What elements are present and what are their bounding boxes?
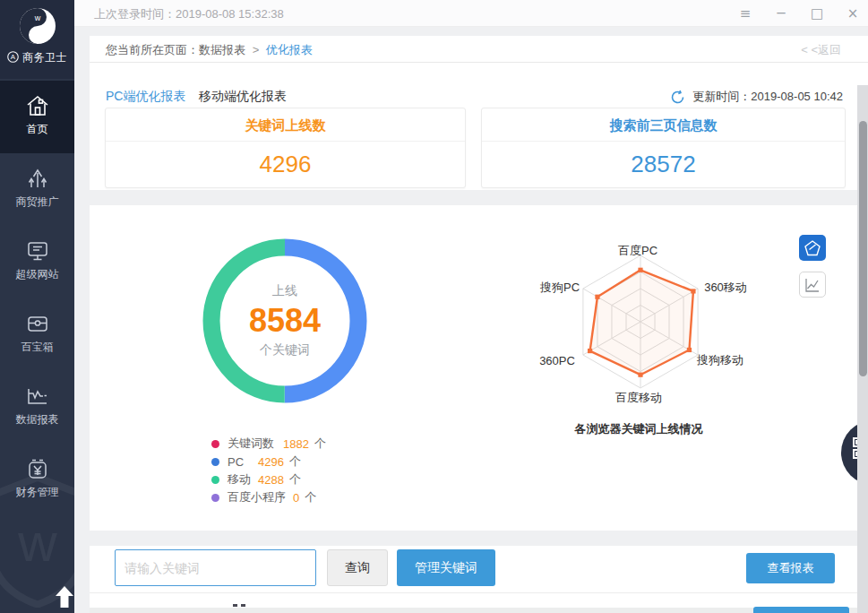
stat-card-value: 4296 <box>106 142 465 187</box>
radar-axis-label: 搜狗PC <box>540 280 580 296</box>
line-view-toggle[interactable] <box>799 272 826 298</box>
legend-dot <box>211 458 219 466</box>
update-time: 更新时间：2019-08-05 10:42 <box>692 89 843 105</box>
breadcrumb-section: 数据报表 <box>199 43 245 56</box>
section-divider <box>90 531 868 546</box>
legend-item-pc: PC 4296 个 <box>211 453 326 471</box>
section-divider <box>90 190 868 205</box>
monitor-icon <box>25 238 50 263</box>
window-controls: ≡ ─ □ × <box>737 0 861 27</box>
legend-dot <box>211 476 219 484</box>
stat-card-title: 关键词上线数 <box>106 108 465 142</box>
titlebar: 上次登录时间：2019-08-08 15:32:38 ≡ ─ □ × <box>74 0 868 27</box>
brand-badge-icon: A <box>7 51 19 63</box>
clipped-section-band <box>90 608 868 613</box>
row-divider <box>90 592 868 593</box>
app-name: 商务卫士 <box>22 51 67 64</box>
radar-chart-svg <box>546 237 735 408</box>
view-report-button-partial[interactable] <box>753 607 849 613</box>
back-to-top-icon[interactable] <box>54 585 74 609</box>
donut-center-bottom: 个关键词 <box>260 342 310 358</box>
donut-center-value: 8584 <box>249 302 321 340</box>
breadcrumb-current[interactable]: 优化报表 <box>266 43 313 56</box>
brand-row: A 商务卫士 <box>0 50 74 65</box>
maximize-icon[interactable]: □ <box>809 5 825 22</box>
radar-view-toggle[interactable] <box>799 235 826 261</box>
breadcrumb-prefix: 您当前所在页面： <box>106 43 199 56</box>
app-window: w A 商务卫士 首页 商贸推广 <box>0 0 868 613</box>
legend-dot <box>211 494 219 502</box>
back-link[interactable]: < <返回 <box>801 42 841 58</box>
radar-chart: 百度PC 360移动 搜狗移动 百度移动 360PC 搜狗PC 各浏览器关键词上… <box>520 229 779 453</box>
toolbox-icon <box>25 311 50 336</box>
legend-item-miniprogram: 百度小程序 0 个 <box>211 488 326 506</box>
sidebar-item-home[interactable]: 首页 <box>0 81 74 153</box>
manage-keywords-button[interactable]: 管理关键词 <box>397 549 495 586</box>
minimize-icon[interactable]: ─ <box>773 5 789 22</box>
keyword-input[interactable] <box>115 549 316 586</box>
stat-card-keywords-online: 关键词上线数 4296 <box>105 108 466 188</box>
radar-axis-label: 360PC <box>539 354 575 367</box>
close-icon[interactable]: × <box>845 5 861 22</box>
logo-block: w A 商务卫士 <box>0 0 74 79</box>
stat-card-top3-info: 搜索前三页信息数 28572 <box>481 108 846 188</box>
radar-axis-label: 百度移动 <box>615 390 662 406</box>
sidebar-item-toolbox[interactable]: 百宝箱 <box>0 298 74 371</box>
menu-icon[interactable]: ≡ <box>737 5 753 22</box>
sidebar-item-reports[interactable]: 数据报表 <box>0 371 74 444</box>
clipped-content <box>233 604 247 607</box>
pentagon-icon <box>804 239 821 256</box>
svg-text:w: w <box>17 513 57 573</box>
trend-chart-icon <box>804 277 821 293</box>
svg-text:A: A <box>11 53 16 61</box>
radar-axis-label: 360移动 <box>704 280 747 296</box>
legend-dot <box>211 440 219 448</box>
refresh-icon[interactable] <box>670 90 685 105</box>
scrollbar-track[interactable] <box>857 85 868 613</box>
query-button[interactable]: 查询 <box>327 549 388 586</box>
legend-item-keywords: 关键词数 1882 个 <box>211 435 326 453</box>
donut-legend: 关键词数 1882 个 PC 4296 个 移动 4288 个 百度小程序 0 … <box>211 435 326 506</box>
stat-card-title: 搜索前三页信息数 <box>482 108 845 142</box>
legend-item-mobile: 移动 4288 个 <box>211 471 326 488</box>
donut-chart: 上线 8584 个关键词 <box>195 231 374 410</box>
logo-letter: w <box>34 13 41 22</box>
sidebar-item-website[interactable]: 超级网站 <box>0 226 74 298</box>
app-logo-icon: w <box>19 7 56 45</box>
stat-card-value: 28572 <box>482 142 845 187</box>
main-panel: 您当前所在页面：数据报表 > 优化报表 < <返回 PC端优化报表 移动端优化报… <box>90 36 868 613</box>
view-report-button[interactable]: 查看报表 <box>746 553 835 583</box>
home-icon <box>25 93 50 118</box>
sidebar-item-promotion[interactable]: 商贸推广 <box>0 153 74 226</box>
donut-center-top: 上线 <box>272 283 297 299</box>
radar-axis-label: 百度PC <box>618 243 657 259</box>
breadcrumb: 您当前所在页面：数据报表 > 优化报表 < <返回 <box>90 36 868 63</box>
breadcrumb-separator: > <box>253 43 260 56</box>
chart-line-icon <box>25 384 50 409</box>
radar-axis-label: 搜狗移动 <box>697 352 743 368</box>
scrollbar-thumb[interactable] <box>859 121 867 376</box>
sidebar: w A 商务卫士 首页 商贸推广 <box>0 0 74 613</box>
radar-chart-title: 各浏览器关键词上线情况 <box>575 421 703 437</box>
last-login-time: 上次登录时间：2019-08-08 15:32:38 <box>94 6 284 22</box>
promotion-icon <box>25 166 50 191</box>
